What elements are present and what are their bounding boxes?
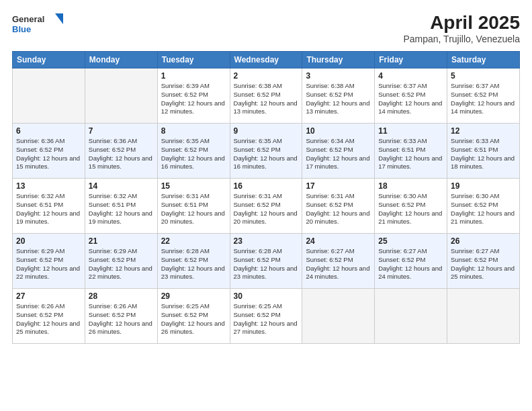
day-number: 9 [234,126,299,136]
calendar-title: April 2025 [403,12,520,34]
day-info: Sunrise: 6:27 AMSunset: 6:52 PMDaylight:… [378,247,443,281]
day-info: Sunrise: 6:28 AMSunset: 6:52 PMDaylight:… [161,247,226,281]
day-info: Sunrise: 6:31 AMSunset: 6:51 PMDaylight:… [161,192,226,226]
day-info: Sunrise: 6:25 AMSunset: 6:52 PMDaylight:… [161,302,226,336]
table-row: 23Sunrise: 6:28 AMSunset: 6:52 PMDayligh… [230,234,302,289]
table-row: 9Sunrise: 6:35 AMSunset: 6:52 PMDaylight… [230,124,302,179]
table-row: 7Sunrise: 6:36 AMSunset: 6:52 PMDaylight… [85,124,157,179]
table-row: 15Sunrise: 6:31 AMSunset: 6:51 PMDayligh… [157,179,230,234]
table-row [13,68,85,124]
table-row: 28Sunrise: 6:26 AMSunset: 6:52 PMDayligh… [85,289,157,344]
table-row: 20Sunrise: 6:29 AMSunset: 6:52 PMDayligh… [13,234,85,289]
day-info: Sunrise: 6:27 AMSunset: 6:52 PMDaylight:… [306,247,371,281]
day-info: Sunrise: 6:30 AMSunset: 6:52 PMDaylight:… [451,192,516,226]
day-info: Sunrise: 6:32 AMSunset: 6:51 PMDaylight:… [16,192,81,226]
day-number: 19 [451,181,516,191]
day-info: Sunrise: 6:29 AMSunset: 6:52 PMDaylight:… [89,247,154,281]
table-row: 4Sunrise: 6:37 AMSunset: 6:52 PMDaylight… [375,68,447,124]
day-info: Sunrise: 6:25 AMSunset: 6:52 PMDaylight:… [234,302,299,336]
day-number: 15 [161,181,226,191]
table-row: 5Sunrise: 6:37 AMSunset: 6:52 PMDaylight… [447,68,520,124]
title-block: April 2025 Pampan, Trujillo, Venezuela [403,12,520,44]
svg-text:Blue: Blue [12,24,31,34]
generalblue-logo: General Blue [12,12,66,36]
day-number: 29 [161,291,226,301]
table-row: 2Sunrise: 6:38 AMSunset: 6:52 PMDaylight… [230,68,302,124]
day-number: 21 [89,236,154,246]
day-info: Sunrise: 6:38 AMSunset: 6:52 PMDaylight:… [306,82,371,116]
day-number: 28 [89,291,154,301]
day-info: Sunrise: 6:39 AMSunset: 6:52 PMDaylight:… [161,82,226,116]
day-number: 7 [89,126,154,136]
table-row: 3Sunrise: 6:38 AMSunset: 6:52 PMDaylight… [302,68,375,124]
calendar-week-row: 20Sunrise: 6:29 AMSunset: 6:52 PMDayligh… [13,234,520,289]
table-row: 24Sunrise: 6:27 AMSunset: 6:52 PMDayligh… [302,234,375,289]
table-row: 30Sunrise: 6:25 AMSunset: 6:52 PMDayligh… [230,289,302,344]
day-number: 1 [161,71,226,81]
day-info: Sunrise: 6:26 AMSunset: 6:52 PMDaylight:… [16,302,81,336]
col-friday: Friday [375,52,447,68]
col-thursday: Thursday [302,52,375,68]
logo: General Blue [12,12,66,36]
table-row: 18Sunrise: 6:30 AMSunset: 6:52 PMDayligh… [375,179,447,234]
day-info: Sunrise: 6:32 AMSunset: 6:51 PMDaylight:… [89,192,154,226]
calendar-week-row: 27Sunrise: 6:26 AMSunset: 6:52 PMDayligh… [13,289,520,344]
header: General Blue April 2025 Pampan, Trujillo… [12,12,520,44]
calendar-week-row: 1Sunrise: 6:39 AMSunset: 6:52 PMDaylight… [13,68,520,124]
day-info: Sunrise: 6:29 AMSunset: 6:52 PMDaylight:… [16,247,81,281]
table-row: 26Sunrise: 6:27 AMSunset: 6:52 PMDayligh… [447,234,520,289]
day-info: Sunrise: 6:31 AMSunset: 6:52 PMDaylight:… [306,192,371,226]
table-row: 11Sunrise: 6:33 AMSunset: 6:51 PMDayligh… [375,124,447,179]
day-number: 18 [378,181,443,191]
day-number: 27 [16,291,81,301]
day-number: 24 [306,236,371,246]
svg-marker-2 [55,13,63,24]
table-row: 17Sunrise: 6:31 AMSunset: 6:52 PMDayligh… [302,179,375,234]
table-row [375,289,447,344]
svg-text:General: General [12,14,44,24]
table-row: 21Sunrise: 6:29 AMSunset: 6:52 PMDayligh… [85,234,157,289]
table-row: 13Sunrise: 6:32 AMSunset: 6:51 PMDayligh… [13,179,85,234]
table-row: 12Sunrise: 6:33 AMSunset: 6:51 PMDayligh… [447,124,520,179]
day-info: Sunrise: 6:28 AMSunset: 6:52 PMDaylight:… [234,247,299,281]
table-row: 29Sunrise: 6:25 AMSunset: 6:52 PMDayligh… [157,289,230,344]
day-number: 22 [161,236,226,246]
table-row: 27Sunrise: 6:26 AMSunset: 6:52 PMDayligh… [13,289,85,344]
calendar-subtitle: Pampan, Trujillo, Venezuela [403,34,520,44]
day-number: 8 [161,126,226,136]
day-number: 12 [451,126,516,136]
table-row: 25Sunrise: 6:27 AMSunset: 6:52 PMDayligh… [375,234,447,289]
day-number: 23 [234,236,299,246]
day-number: 25 [378,236,443,246]
table-row: 14Sunrise: 6:32 AMSunset: 6:51 PMDayligh… [85,179,157,234]
table-row: 1Sunrise: 6:39 AMSunset: 6:52 PMDaylight… [157,68,230,124]
day-number: 6 [16,126,81,136]
day-number: 16 [234,181,299,191]
day-number: 4 [378,71,443,81]
col-saturday: Saturday [447,52,520,68]
day-number: 11 [378,126,443,136]
table-row: 22Sunrise: 6:28 AMSunset: 6:52 PMDayligh… [157,234,230,289]
day-number: 5 [451,71,516,81]
day-info: Sunrise: 6:36 AMSunset: 6:52 PMDaylight:… [89,137,154,171]
day-info: Sunrise: 6:27 AMSunset: 6:52 PMDaylight:… [451,247,516,281]
table-row [85,68,157,124]
table-row [447,289,520,344]
table-row: 8Sunrise: 6:35 AMSunset: 6:52 PMDaylight… [157,124,230,179]
day-number: 26 [451,236,516,246]
day-info: Sunrise: 6:26 AMSunset: 6:52 PMDaylight:… [89,302,154,336]
day-info: Sunrise: 6:34 AMSunset: 6:52 PMDaylight:… [306,137,371,171]
day-number: 30 [234,291,299,301]
day-number: 2 [234,71,299,81]
col-sunday: Sunday [13,52,85,68]
table-row: 19Sunrise: 6:30 AMSunset: 6:52 PMDayligh… [447,179,520,234]
day-number: 10 [306,126,371,136]
day-info: Sunrise: 6:33 AMSunset: 6:51 PMDaylight:… [378,137,443,171]
day-number: 20 [16,236,81,246]
col-monday: Monday [85,52,157,68]
day-number: 14 [89,181,154,191]
calendar-week-row: 13Sunrise: 6:32 AMSunset: 6:51 PMDayligh… [13,179,520,234]
table-row: 6Sunrise: 6:36 AMSunset: 6:52 PMDaylight… [13,124,85,179]
day-info: Sunrise: 6:36 AMSunset: 6:52 PMDaylight:… [16,137,81,171]
calendar-week-row: 6Sunrise: 6:36 AMSunset: 6:52 PMDaylight… [13,124,520,179]
